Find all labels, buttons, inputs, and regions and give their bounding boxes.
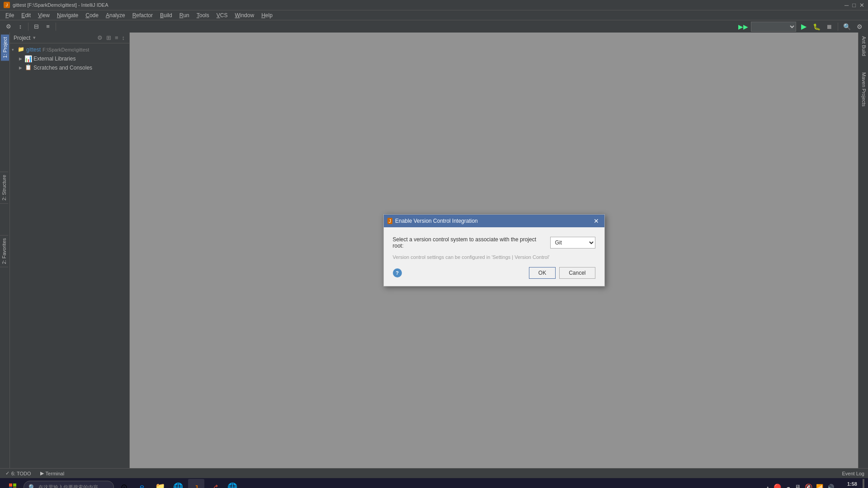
start-button[interactable] — [4, 479, 22, 488]
run-btn[interactable]: ▶ — [799, 22, 809, 32]
main-layout: 1: Project Project ▾ ⚙ ⊞ ≡ ↕ ▾ 📁 gittest… — [0, 33, 868, 468]
window-title: gittest [F:\SparkDemo\gittest] - Intelli… — [13, 2, 108, 8]
right-sidebar: Ant Build Maven Projects — [858, 33, 868, 468]
run-config-dropdown[interactable] — [751, 22, 796, 32]
todo-icon: ✓ — [5, 470, 9, 476]
minimize-button[interactable]: ─ — [844, 2, 849, 9]
intellij-icon: J — [194, 483, 198, 488]
tree-item-root[interactable]: ▾ 📁 gittest F:\SparkDemo\gittest — [10, 45, 129, 54]
taskbar-intellij-btn[interactable]: J — [188, 479, 204, 488]
toolbar-settings2-btn[interactable]: ⚙ — [854, 22, 864, 32]
tree-item-scratches[interactable]: ▶ 📋 Scratches and Consoles — [10, 63, 129, 72]
tray-icon1: 🔴 — [774, 483, 781, 488]
dialog-title-icon: J — [387, 218, 393, 224]
project-panel-title: Project — [14, 35, 30, 41]
taskbar-right: ▲ 🔴 ☁ 🖥 🔇 📶 🔊 1:58 2020/4/3 — [765, 479, 864, 488]
toolbar-sort-btn[interactable]: ≡ — [43, 22, 53, 32]
project-icon: 📁 — [17, 46, 24, 53]
title-bar: J gittest [F:\SparkDemo\gittest] - Intel… — [0, 0, 868, 10]
structure-panel-container: 2: Structure — [0, 172, 8, 204]
menu-vcs[interactable]: VCS — [213, 11, 231, 19]
dialog-label-row: Select a version control system to assoc… — [393, 236, 595, 249]
dialog-titlebar: J Enable Version Control Integration ✕ — [384, 215, 604, 227]
tree-label-root: gittest — [26, 47, 41, 53]
menu-code[interactable]: Code — [82, 11, 102, 19]
menu-refactor[interactable]: Refactor — [129, 11, 156, 19]
app-icon: J — [4, 2, 10, 8]
toolbar-search-btn[interactable]: 🔍 — [842, 22, 852, 32]
project-panel: Project ▾ ⚙ ⊞ ≡ ↕ ▾ 📁 gittest F:\SparkDe… — [10, 33, 130, 468]
edge-icon: e — [140, 483, 144, 488]
menu-tools[interactable]: Tools — [193, 11, 213, 19]
vcs-dropdown[interactable]: Git CVS Mercurial Subversion — [550, 237, 595, 249]
toolbar-sep2 — [56, 23, 56, 31]
chevron-down-icon[interactable]: ▾ — [33, 35, 36, 41]
tab-terminal[interactable]: ▶ Terminal — [38, 470, 66, 476]
menu-window[interactable]: Window — [231, 11, 258, 19]
menu-bar: File Edit View Navigate Code Analyze Ref… — [0, 10, 868, 20]
tab-terminal-label: Terminal — [46, 471, 65, 476]
git-icon: ⎇ — [211, 483, 218, 488]
stop-btn[interactable]: ⏹ — [824, 22, 834, 32]
menu-view[interactable]: View — [34, 11, 53, 19]
tree-arrow-root: ▾ — [12, 47, 17, 52]
editor-area: Search Everywhere Double Shift J Enable … — [130, 33, 858, 468]
tree-item-libraries[interactable]: ▶ 📊 External Libraries — [10, 54, 129, 63]
sidebar-tab-project[interactable]: 1: Project — [1, 34, 9, 61]
taskbar-browser2-btn[interactable]: 🌐 — [224, 479, 241, 488]
panel-gear-icon[interactable]: ≡ — [114, 34, 119, 41]
dialog-close-button[interactable]: ✕ — [592, 216, 601, 225]
menu-file[interactable]: File — [2, 11, 18, 19]
tab-todo[interactable]: ✓ 6: TODO — [4, 470, 33, 476]
favorites-panel-tab[interactable]: 2: Favorites — [0, 235, 8, 267]
menu-help[interactable]: Help — [258, 11, 276, 19]
right-tab-maven[interactable]: Maven Projects — [859, 69, 868, 110]
right-tab-ant-build[interactable]: Ant Build — [859, 33, 868, 60]
dialog-buttons-row: ? OK Cancel — [393, 267, 595, 281]
ok-button[interactable]: OK — [529, 267, 556, 279]
scratches-icon: 📋 — [24, 64, 32, 71]
panel-expand-icon[interactable]: ⊞ — [105, 34, 112, 41]
dialog-label: Select a version control system to assoc… — [393, 236, 545, 249]
tab-todo-label: 6: TODO — [11, 471, 31, 476]
taskbar-chrome-btn[interactable]: 🌐 — [170, 479, 186, 488]
dialog-hint: Version control settings can be configur… — [393, 254, 595, 260]
tree-label-scratches: Scratches and Consoles — [33, 65, 92, 71]
menu-edit[interactable]: Edit — [18, 11, 34, 19]
close-button[interactable]: ✕ — [859, 2, 864, 9]
menu-analyze[interactable]: Analyze — [102, 11, 129, 19]
panel-collapse-icon[interactable]: ↕ — [121, 34, 126, 41]
toolbar-sep3 — [838, 23, 838, 31]
taskbar-git-btn[interactable]: ⎇ — [206, 479, 222, 488]
show-desktop-btn[interactable] — [863, 479, 864, 488]
toolbar-collapse-btn[interactable]: ⊟ — [31, 22, 41, 32]
modal-overlay: J Enable Version Control Integration ✕ S… — [130, 33, 858, 468]
menu-build[interactable]: Build — [156, 11, 176, 19]
taskbar-folder-btn[interactable]: 📁 — [152, 479, 168, 488]
dialog: J Enable Version Control Integration ✕ S… — [383, 214, 605, 286]
tray-network: 📶 — [816, 484, 823, 488]
structure-panel-tab[interactable]: 2: Structure — [0, 172, 8, 204]
event-log-label[interactable]: Event Log — [842, 471, 864, 476]
tray-up-icon[interactable]: ▲ — [765, 485, 770, 488]
terminal-icon: ▶ — [40, 470, 44, 476]
toolbar-settings-btn[interactable]: ⚙ — [4, 22, 14, 32]
clock-time: 1:58 — [838, 481, 857, 487]
help-button[interactable]: ? — [393, 268, 402, 277]
cancel-button[interactable]: Cancel — [559, 267, 595, 279]
task-view-btn[interactable]: ⊙ — [116, 479, 132, 488]
menu-navigate[interactable]: Navigate — [53, 11, 82, 19]
project-tree: ▾ 📁 gittest F:\SparkDemo\gittest ▶ 📊 Ext… — [10, 43, 129, 468]
taskbar-edge-btn[interactable]: e — [134, 479, 150, 488]
browser-icon: 🌐 — [227, 482, 237, 488]
panel-settings-icon[interactable]: ⚙ — [96, 34, 104, 41]
tree-arrow-scratches: ▶ — [19, 66, 24, 70]
toolbar-sync-btn[interactable]: ↕ — [15, 22, 25, 32]
debug-btn[interactable]: 🐛 — [811, 22, 821, 32]
menu-run[interactable]: Run — [176, 11, 193, 19]
maximize-button[interactable]: □ — [852, 2, 856, 9]
folder-icon: 📁 — [155, 482, 165, 488]
tree-label-libraries: External Libraries — [33, 56, 75, 62]
taskbar-search[interactable]: 🔍 在这里输入你要搜索的内容 — [24, 481, 114, 488]
task-view-icon: ⊙ — [121, 482, 127, 488]
